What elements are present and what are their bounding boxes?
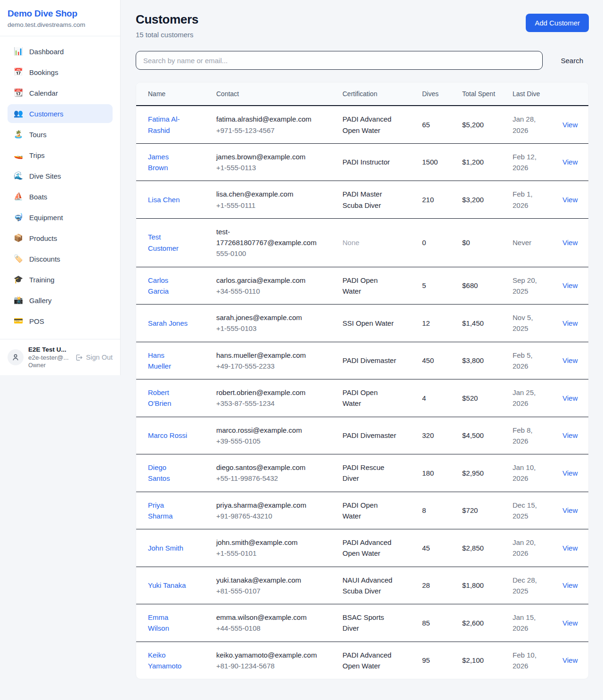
customer-name-link[interactable]: Priya Sharma [148,500,188,522]
customer-last-dive: Jan 10, 2026 [513,462,543,484]
customer-phone: +1-555-0101 [216,548,331,559]
sidebar-item-customers[interactable]: 👥 Customers [8,104,113,123]
sidebar-item-label: Calendar [29,89,58,97]
sidebar-item-gallery[interactable]: 📸 Gallery [8,291,113,310]
view-customer-link[interactable]: View [562,544,578,552]
customer-last-dive: Sep 20, 2025 [513,275,543,297]
sidebar-item-label: Boats [29,193,47,201]
column-header-contact: Contact [211,82,337,106]
customer-name-link[interactable]: James Brown [148,151,188,173]
customer-certification: NAUI Advanced Scuba Diver [342,575,398,597]
customer-name-link[interactable]: Marco Rossi [148,430,187,441]
customer-name-link[interactable]: Hans Mueller [148,350,188,372]
calendar-icon: 📅 [14,68,23,76]
customer-dives: 0 [416,218,456,267]
view-customer-link[interactable]: View [562,506,578,514]
view-customer-link[interactable]: View [562,319,578,327]
sidebar-item-products[interactable]: 📦 Products [8,229,113,247]
people-icon: 👥 [14,110,23,117]
sidebar-item-training[interactable]: 🎓 Training [8,270,113,289]
view-customer-link[interactable]: View [562,581,578,589]
brand: Demo Dive Shop demo.test.divestreams.com [0,0,120,36]
customer-phone: +91-98765-43210 [216,511,331,521]
search-input[interactable] [136,51,543,70]
sidebar-item-boats[interactable]: ⛵ Boats [8,187,113,206]
customer-name-link[interactable]: Diego Santos [148,462,188,484]
graduation-cap-icon: 🎓 [14,276,23,283]
add-customer-button[interactable]: Add Customer [526,14,589,32]
sidebar-item-calendar[interactable]: 📆 Calendar [8,83,113,102]
customer-name-link[interactable]: Lisa Chen [148,194,180,205]
view-customer-link[interactable]: View [562,656,578,664]
view-customer-link[interactable]: View [562,281,578,289]
customer-dives: 65 [416,106,456,143]
table-row: Test Customer test-1772681807767@example… [136,218,589,267]
sidebar-item-bookings[interactable]: 📅 Bookings [8,63,113,82]
brand-title[interactable]: Demo Dive Shop [8,8,113,19]
customer-phone: +55-11-99876-5432 [216,473,331,484]
sidebar-item-label: Customers [29,110,64,118]
customer-certification: PADI Advanced Open Water [342,537,398,559]
view-customer-link[interactable]: View [562,356,578,364]
customer-name-link[interactable]: John Smith [148,543,183,553]
sidebar-item-pos[interactable]: 💳 POS [8,312,113,330]
page-title: Customers [136,12,198,27]
view-customer-link[interactable]: View [562,196,578,204]
view-customer-link[interactable]: View [562,469,578,477]
sidebar-item-label: Discounts [29,255,60,263]
table-row: James Brown james.brown@example.com +1-5… [136,143,589,181]
customer-name-link[interactable]: Fatima Al-Rashid [148,114,188,136]
column-header-name: Name [136,82,211,106]
customer-name-link[interactable]: Test Customer [148,231,188,254]
sidebar-item-equipment[interactable]: 🤿 Equipment [8,208,113,227]
customer-name-link[interactable]: Carlos Garcia [148,275,188,297]
view-customer-link[interactable]: View [562,394,578,402]
customer-phone: 555-0100 [216,248,331,259]
customer-name-link[interactable]: Emma Wilson [148,612,188,634]
column-header-total-spent: Total Spent [456,82,507,106]
wave-icon: 🌊 [14,172,23,180]
customer-last-dive: Feb 8, 2026 [513,425,543,447]
customer-last-dive: Jan 20, 2026 [513,537,543,559]
table-row: Lisa Chen lisa.chen@example.com +1-555-0… [136,181,589,219]
sign-out-icon [75,354,83,362]
table-row: Yuki Tanaka yuki.tanaka@example.com +81-… [136,567,589,604]
package-icon: 📦 [14,234,23,242]
customer-phone: +971-55-123-4567 [216,125,331,136]
customer-name-link[interactable]: Sarah Jones [148,318,187,329]
customer-dives: 4 [416,379,456,417]
customer-email: keiko.yamamoto@example.com [216,650,325,660]
view-customer-link[interactable]: View [562,431,578,439]
column-header-dives: Dives [416,82,456,106]
customer-email: test-1772681807767@example.com [216,226,325,248]
main-content: Customers 15 total customers Add Custome… [121,0,603,692]
view-customer-link[interactable]: View [562,121,578,129]
view-customer-link[interactable]: View [562,239,578,247]
sidebar-item-trips[interactable]: 🚤 Trips [8,146,113,165]
customer-email: priya.sharma@example.com [216,500,325,511]
customer-dives: 28 [416,567,456,604]
table-row: Diego Santos diego.santos@example.com +5… [136,454,589,492]
customer-phone: +1-555-0113 [216,162,331,173]
customer-last-dive: Nov 5, 2025 [513,312,543,334]
sign-out-button[interactable]: Sign Out [75,354,113,362]
sidebar-item-tours[interactable]: 🏝️ Tours [8,125,113,144]
sidebar-item-discounts[interactable]: 🏷️ Discounts [8,249,113,268]
customer-dives: 95 [416,642,456,679]
table-row: Fatima Al-Rashid fatima.alrashid@example… [136,106,589,143]
desert-island-icon: 🏝️ [14,131,23,138]
customer-phone: +353-87-555-1234 [216,398,331,409]
view-customer-link[interactable]: View [562,158,578,166]
customer-name-link[interactable]: Yuki Tanaka [148,580,186,591]
customer-email: marco.rossi@example.com [216,425,325,436]
search-button[interactable]: Search [555,53,589,68]
view-customer-link[interactable]: View [562,619,578,627]
speedboat-icon: 🚤 [14,151,23,159]
sidebar-item-label: POS [29,317,44,325]
credit-card-icon: 💳 [14,317,23,325]
sidebar-item-dashboard[interactable]: 📊 Dashboard [8,42,113,61]
customer-certification: PADI Instructor [342,156,398,167]
customer-name-link[interactable]: Robert O'Brien [148,387,188,409]
customer-name-link[interactable]: Keiko Yamamoto [148,650,188,672]
sidebar-item-dive-sites[interactable]: 🌊 Dive Sites [8,166,113,185]
